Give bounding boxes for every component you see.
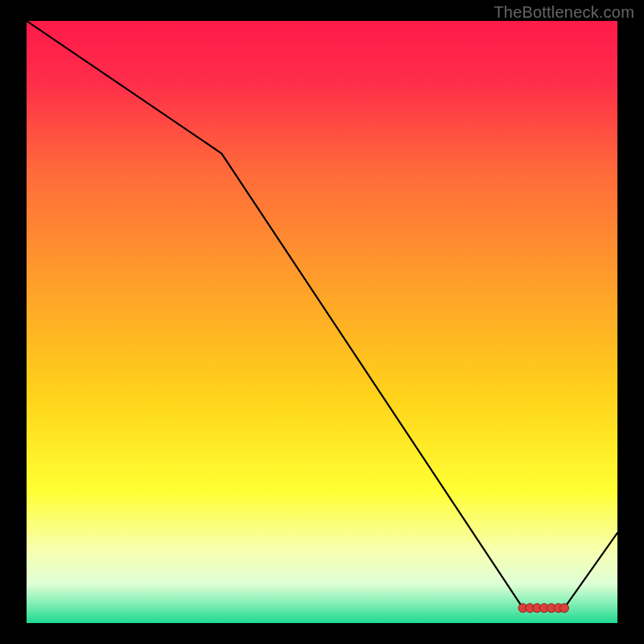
marker-group: [518, 604, 568, 613]
watermark-text: TheBottleneck.com: [493, 3, 634, 22]
data-marker: [559, 604, 568, 613]
gradient-background: [27, 21, 617, 623]
chart-frame: TheBottleneck.com: [0, 0, 644, 644]
chart-svg: [27, 21, 617, 623]
plot-area: [27, 21, 617, 623]
